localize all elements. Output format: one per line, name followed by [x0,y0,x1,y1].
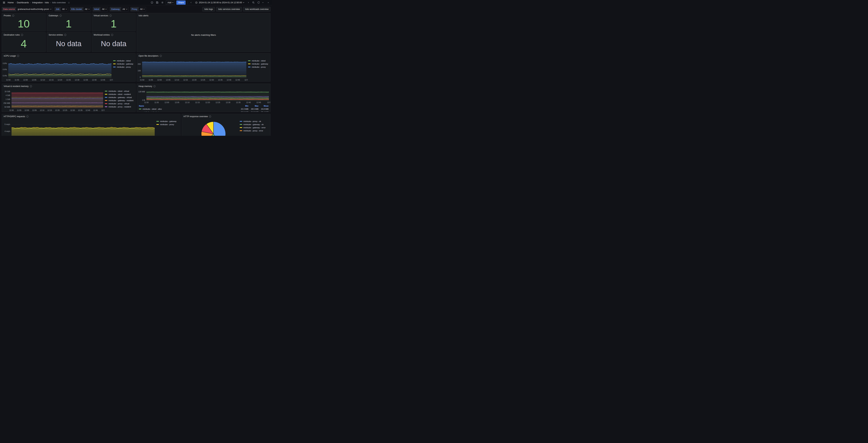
info-icon[interactable]: i [60,14,62,17]
time-forward-button[interactable] [246,1,250,4]
panel-title[interactable]: Virtual services [94,14,108,17]
legend-item[interactable]: minikube - istiod - virtual [105,90,134,92]
panel-title[interactable]: Service entries [49,34,63,36]
info-icon[interactable]: i [17,55,19,57]
refresh-interval-dropdown[interactable] [262,1,264,4]
legend-item[interactable]: minikube - gateway [156,120,179,122]
svg-text:12:40: 12:40 [246,101,251,103]
heap-memory-chart[interactable]: 0 B128 MiB11:5011:5512:0012:0512:1012:15… [137,89,270,104]
legend-item[interactable]: minikube - proxy - error [240,130,269,132]
istio-workloads-overview-link[interactable]: Istio workloads overview [243,7,271,11]
breadcrumb-separator: › [50,1,51,4]
panel-title[interactable]: vCPU usage [4,55,16,57]
legend-series-label: minikube - proxy [160,123,174,126]
datasource-picker[interactable]: grafanacloud-keithschmitty-prom [16,7,53,11]
legend-item[interactable]: minikube - gateway - virtual [105,96,134,98]
legend-table-row[interactable]: minikube - istiod - inuse30.8 MiB34.2 Mi… [138,110,270,112]
breadcrumb-separator: › [15,1,16,4]
legend-item[interactable]: minikube - istiod [248,60,269,62]
time-range-picker[interactable]: 2024-01-24 11:50:00 to 2024-01-24 12:50:… [194,1,245,5]
svg-text:12:35: 12:35 [236,101,241,103]
legend-table-header: NameMinMaxMean [138,104,270,107]
menu-icon[interactable] [2,1,6,4]
breadcrumb-home[interactable]: Home [8,1,14,4]
panel-title[interactable]: HTTP response overview [184,115,208,118]
svg-text:12:05: 12:05 [32,109,37,111]
share-button[interactable]: Share [176,1,186,5]
svg-text:12:35: 12:35 [218,79,222,81]
legend-item[interactable]: minikube - gateway - resident [105,99,134,101]
legend-item[interactable]: minikube - proxy - ok [240,120,269,122]
variable-proxy-value[interactable]: All [139,7,146,11]
legend-item[interactable]: minikube - proxy [113,66,134,68]
panel-title[interactable]: Istio alerts [138,14,148,17]
collapse-caret-icon[interactable] [266,1,270,4]
star-icon[interactable]: ☆ [68,1,70,4]
add-button[interactable]: Add [166,1,175,5]
panel-title[interactable]: Open file descriptors [138,55,158,57]
open-fds-chart[interactable]: 010020011:5011:5512:0012:0512:1012:1512:… [137,58,248,82]
legend-table-column[interactable]: Name [139,105,238,107]
info-icon[interactable]: i [160,55,162,57]
svg-text:1 GiB: 1 GiB [5,98,10,100]
legend-item[interactable]: minikube - proxy - virtual [105,103,134,105]
legend-item[interactable]: minikube - istiod [113,60,134,62]
legend-item[interactable]: minikube - proxy [156,123,179,126]
info-icon[interactable]: i [209,116,211,118]
legend-table-column[interactable]: Min [238,105,248,107]
memory-chart[interactable]: 64 MiB256 MiB1 GiB4 GiB16 GiB11:5011:551… [2,89,104,112]
panel-title[interactable]: Proxies [4,14,11,17]
breadcrumb: Home › Dashboards › Integration - Istio … [8,1,66,4]
save-icon[interactable] [155,1,159,4]
panel-title[interactable]: Destination rules [4,34,20,36]
svg-text:12:00: 12:00 [25,109,29,111]
info-icon[interactable]: i [26,116,28,118]
legend-table-row[interactable]: minikube - istiod - alloc22.3 MiB28.5 Mi… [138,107,270,110]
info-icon[interactable]: i [64,34,66,36]
legend-item[interactable]: minikube - istiod - resident [105,93,134,95]
breadcrumb-integration-istio[interactable]: Integration - Istio [32,1,49,4]
info-icon[interactable]: i [153,85,156,87]
zoom-out-icon[interactable] [251,1,255,4]
dashboard-info-icon[interactable] [150,1,154,4]
svg-text:12:25: 12:25 [66,79,71,81]
info-icon[interactable]: i [30,85,32,87]
istio-services-overview-link[interactable]: Istio services overview [216,7,242,11]
panel-title[interactable]: Workload entries [94,34,110,36]
variable-istiod-value[interactable]: All [100,7,108,11]
svg-text:12:40: 12:40 [227,79,231,81]
info-icon[interactable]: i [21,34,23,36]
legend-item[interactable]: minikube - gateway - error [240,127,269,129]
variable-job-value[interactable]: All [61,7,68,11]
legend-item[interactable]: minikube - proxy [248,66,269,68]
svg-text:12:00: 12:00 [23,79,28,81]
legend-table-column[interactable]: Max [248,105,258,107]
legend-table-value: 22.3 MiB [238,108,248,110]
panel-title[interactable]: Gateways [49,14,58,17]
panel-title[interactable]: HTTP/GRPC requests [4,115,25,118]
legend-series-label: minikube - proxy [252,66,266,68]
legend-series-label: minikube - gateway [252,63,268,65]
legend-item[interactable]: minikube - proxy - resident [105,106,134,108]
time-back-button[interactable] [189,1,193,4]
legend-item[interactable]: minikube - gateway [113,63,134,65]
info-icon[interactable]: i [110,14,112,17]
panel-title[interactable]: Heap memory [138,85,152,88]
info-icon[interactable]: i [111,34,113,36]
legend-item[interactable]: minikube - gateway - ok [240,123,269,126]
panel-title[interactable]: Virtual & resident memory [4,85,29,88]
legend-table-column[interactable]: Mean [258,105,269,107]
istio-logs-link[interactable]: Istio logs [203,7,215,11]
legend-item[interactable]: minikube - gateway [248,63,269,65]
refresh-icon[interactable] [256,1,260,4]
variable-gateway-value[interactable]: All [121,7,129,11]
info-icon[interactable]: i [12,14,14,17]
settings-gear-icon[interactable] [161,1,164,4]
variable-k8s-cluster-value[interactable]: All [84,7,91,11]
vcpu-usage-chart[interactable]: 0.4%0.6%0.8%11:5011:5512:0012:0512:1012:… [2,58,113,82]
svg-text:0.4%: 0.4% [3,75,7,77]
http-response-pie-chart[interactable] [182,119,239,136]
breadcrumb-dashboards[interactable]: Dashboards [17,1,29,4]
http-requests-chart[interactable]: 2 req/s3 req/s4 req/s5 req/s [2,119,156,136]
legend-series-marker [105,106,107,107]
